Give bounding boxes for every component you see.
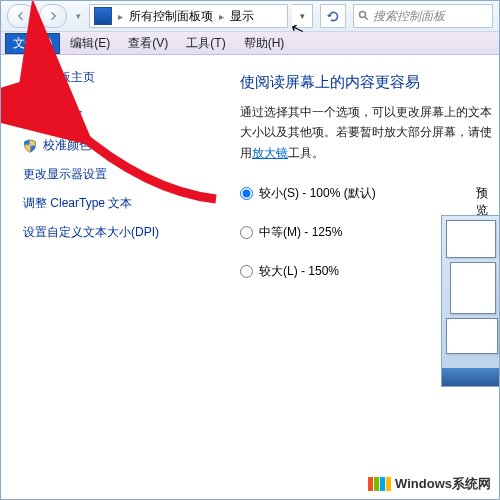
windows-logo-icon [368,477,391,491]
sidebar: 控制面板主页 调整分辨率 校准颜色 更改显示器设置 调整 ClearType 文… [1,55,216,500]
page-title: 使阅读屏幕上的内容更容易 [240,73,499,92]
breadcrumb-sep-icon: ▸ [219,11,224,22]
sidebar-link-cleartype[interactable]: 调整 ClearType 文本 [23,189,206,218]
sidebar-link-calibrate[interactable]: 校准颜色 [23,131,206,160]
content: 使阅读屏幕上的内容更容易 通过选择其中一个选项，可以更改屏幕上的文本大小以及其他… [216,55,499,500]
sidebar-link-display-settings[interactable]: 更改显示器设置 [23,160,206,189]
control-panel-icon [94,7,112,25]
forward-button[interactable] [39,4,67,28]
menu-file[interactable]: 文件(F) [5,33,60,54]
shield-icon [23,139,37,153]
control-panel-window: ▾ ▸ 所有控制面板项 ▸ 显示 ↖ ▾ 搜索控制面板 文件(F) 编辑(E) … [0,0,500,500]
search-placeholder: 搜索控制面板 [373,8,445,25]
nav-history-dropdown[interactable]: ▾ [71,5,85,27]
sidebar-link-dpi[interactable]: 设置自定义文本大小(DPI) [23,218,206,247]
preview-thumbnail [441,215,500,387]
magnifier-link[interactable]: 放大镜 [252,146,288,160]
breadcrumb-sep-icon: ▸ [118,11,123,22]
menu-tools[interactable]: 工具(T) [178,33,233,54]
radio-large[interactable] [240,265,253,278]
page-description: 通过选择其中一个选项，可以更改屏幕上的文本大小以及其他项。若要暂时放大部分屏幕，… [240,102,499,163]
menu-help[interactable]: 帮助(H) [236,33,293,54]
radio-medium[interactable] [240,226,253,239]
radio-small[interactable] [240,187,253,200]
svg-point-0 [360,12,366,18]
menu-edit[interactable]: 编辑(E) [62,33,118,54]
breadcrumb-root[interactable]: 所有控制面板项 [129,8,213,25]
watermark: Windows系统网 [368,475,491,493]
option-small[interactable]: 较小(S) - 100% (默认) [240,185,499,202]
address-bar[interactable]: ▸ 所有控制面板项 ▸ 显示 [89,4,288,28]
breadcrumb-current[interactable]: 显示 [230,8,254,25]
search-input[interactable]: 搜索控制面板 [353,4,493,28]
back-button[interactable] [7,4,35,28]
refresh-button[interactable] [320,4,346,28]
menu-view[interactable]: 查看(V) [120,33,176,54]
body: 控制面板主页 调整分辨率 校准颜色 更改显示器设置 调整 ClearType 文… [1,55,499,500]
sidebar-link-resolution[interactable]: 调整分辨率 [23,102,206,131]
sidebar-home-link[interactable]: 控制面板主页 [23,69,206,86]
preview-label: 预览 [476,185,499,219]
menubar: 文件(F) 编辑(E) 查看(V) 工具(T) 帮助(H) [1,32,499,55]
titlebar: ▾ ▸ 所有控制面板项 ▸ 显示 ↖ ▾ 搜索控制面板 [1,1,499,32]
